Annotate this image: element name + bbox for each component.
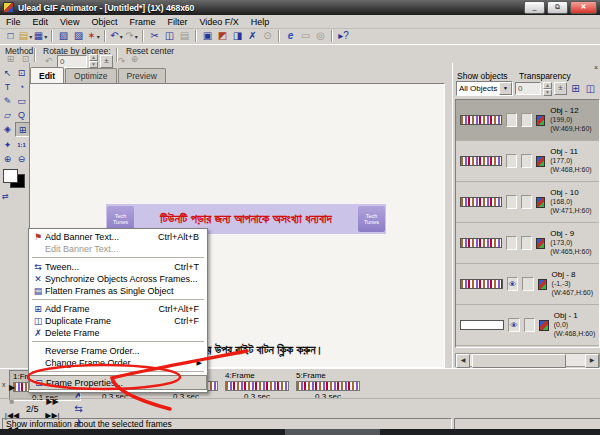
fill-tool[interactable]: ◈	[1, 122, 14, 135]
object-visibility-cell[interactable]: 👁	[507, 277, 518, 291]
object-lock-cell[interactable]	[521, 236, 532, 250]
rotate-left-icon[interactable]: ↶	[42, 56, 55, 66]
object-visibility-cell[interactable]	[506, 113, 517, 127]
object-lock-cell[interactable]	[521, 113, 532, 127]
video-fx-icon[interactable]: ◨	[230, 29, 245, 43]
object-visibility-cell[interactable]: 👁	[508, 318, 520, 332]
restore-button[interactable]: ⧉	[547, 1, 568, 14]
play-button[interactable]: ▶	[4, 381, 20, 395]
delete-object-icon[interactable]: ✗	[245, 29, 260, 43]
object-lock-cell[interactable]	[521, 154, 532, 168]
new-file-icon[interactable]: □	[3, 29, 18, 43]
redo-icon[interactable]: ↷▾	[124, 29, 139, 43]
object-row[interactable]: Obj - 12(199,0)(W:469,H:60)	[456, 100, 599, 141]
menu-item-frame-properties[interactable]: ⊡Frame Properties...	[29, 375, 207, 390]
close-button[interactable]: ✕	[570, 1, 597, 14]
frame-view-icon[interactable]: ▣	[200, 29, 215, 43]
tween-button[interactable]: ⇆	[71, 402, 87, 416]
lasso-tool[interactable]: Q	[15, 108, 28, 121]
actual-size-tool[interactable]: 1:1	[15, 138, 28, 151]
object-visibility-cell[interactable]	[506, 236, 517, 250]
add-image-icon[interactable]: ▧	[56, 29, 71, 43]
grid-tool[interactable]: ⊞	[15, 122, 30, 137]
menu-item-duplicate-frame[interactable]: ◫Duplicate FrameCtrl+F	[29, 315, 207, 327]
taskbar-button[interactable]	[285, 429, 380, 435]
tab-preview[interactable]: Preview	[118, 68, 166, 83]
object-row[interactable]: 👁Obj - 1(0,0)(W:468,H:60)	[456, 305, 599, 346]
eyedropper-tool[interactable]: ✦	[1, 138, 14, 151]
save-file-icon[interactable]: ▦▾	[33, 29, 48, 43]
menu-view[interactable]: View	[54, 16, 85, 28]
object-row[interactable]: Obj - 10(168,0)(W:471,H:60)	[456, 182, 599, 223]
menu-videofx[interactable]: Video F/X	[193, 16, 244, 28]
menu-item-change-frame-order[interactable]: Change Frame Order▶	[29, 357, 207, 369]
menu-filter[interactable]: Filter	[161, 16, 193, 28]
menu-item-add-frame[interactable]: ⊞Add FrameCtrl+Alt+F	[29, 303, 207, 315]
rotate-degree-input[interactable]: 0	[57, 55, 87, 68]
optimize-icon[interactable]: ⊙	[260, 29, 275, 43]
monitor-icon[interactable]: ▭	[298, 29, 313, 43]
menu-item-add-banner-text[interactable]: ⚑Add Banner Text...Ctrl+Alt+B	[29, 231, 207, 243]
transparency-spinner[interactable]: ▲▼	[543, 82, 552, 96]
menu-item-synchronize-objects[interactable]: ✕Synchronize Objects Across Frames...	[29, 273, 207, 285]
menu-object[interactable]: Object	[85, 16, 123, 28]
object-row[interactable]: Obj - 11(177,0)(W:468,H:60)	[456, 141, 599, 182]
menu-help[interactable]: Help	[245, 16, 276, 28]
next-frame-button[interactable]: ▶▶	[45, 395, 61, 409]
menu-item-reverse-frame-order[interactable]: Reverse Frame Order...	[29, 345, 207, 357]
menu-item-flatten-frames[interactable]: ▤Flatten Frames as Single Object	[29, 285, 207, 297]
scroll-left-icon[interactable]: ◀	[456, 354, 470, 368]
frame-cell[interactable]: 4:Frame0.3 sec	[222, 370, 292, 399]
paste-icon[interactable]: ▤	[177, 29, 192, 43]
eraser-tool[interactable]: ▱	[1, 108, 14, 121]
scroll-thumb[interactable]	[472, 354, 566, 368]
combo-dropdown-icon[interactable]: ▼	[499, 82, 512, 95]
transform-tool[interactable]: ⊡	[15, 66, 28, 79]
menu-edit[interactable]: Edit	[27, 16, 55, 28]
foreground-color-swatch[interactable]	[3, 169, 18, 183]
pick-tool[interactable]: ↖	[1, 66, 14, 79]
cut-icon[interactable]: ✂	[147, 29, 162, 43]
object-lock-cell[interactable]	[524, 318, 536, 332]
reset-center-icon[interactable]: ⊕	[128, 54, 141, 64]
object-lock-cell[interactable]	[521, 195, 532, 209]
object-lock-cell[interactable]	[522, 277, 533, 291]
filters-icon[interactable]: ◩	[215, 29, 230, 43]
swap-colors-icon[interactable]: ⇄	[2, 192, 29, 201]
frame-cell[interactable]: 5:Frame0.3 sec	[293, 370, 363, 399]
menu-file[interactable]: File	[0, 16, 27, 28]
new-object-icon[interactable]: ⊞	[569, 82, 582, 95]
object-row[interactable]: 👁Obj - 8(-1,-3)(W:467,H:60)	[456, 264, 599, 305]
context-help-icon[interactable]: ▸?	[336, 29, 351, 43]
wand-icon[interactable]: ✶▾	[86, 29, 101, 43]
object-visibility-cell[interactable]	[506, 195, 517, 209]
object-row[interactable]: Obj - 9(173,0)(W:465,H:60)	[456, 223, 599, 264]
copy-icon[interactable]: ◫	[162, 29, 177, 43]
zoom-in-tool[interactable]: ⊕	[1, 152, 14, 165]
rotate-degree-spinner[interactable]: ▲▼	[89, 54, 98, 68]
object-visibility-cell[interactable]	[506, 154, 517, 168]
show-objects-select[interactable]: All Objects ▼	[456, 81, 513, 96]
text-tool[interactable]: T	[1, 80, 14, 93]
open-file-icon[interactable]: ▤▾	[18, 29, 33, 43]
panel-close-icon[interactable]: ×	[594, 64, 598, 71]
transparency-plusminus-button[interactable]: ±	[554, 82, 567, 95]
menu-frame[interactable]: Frame	[123, 16, 161, 28]
selection-tool[interactable]: ▭	[15, 94, 28, 107]
add-video-icon[interactable]: ▨	[71, 29, 86, 43]
menu-item-tween[interactable]: ⇆Tween...Ctrl+T	[29, 261, 207, 273]
transparency-input[interactable]: 0	[515, 82, 541, 95]
zoom-out-tool[interactable]: ⊖	[15, 152, 28, 165]
ellipse-tool[interactable]: ◔	[15, 80, 28, 93]
stop-button[interactable]: ■	[4, 395, 20, 409]
scroll-right-icon[interactable]: ▶	[585, 354, 599, 368]
duplicate-object-icon[interactable]: ◫	[584, 82, 597, 95]
menu-item-delete-frame[interactable]: ✗Delete Frame	[29, 327, 207, 339]
brush-tool[interactable]: ✎	[1, 94, 14, 107]
rotate-plusminus-button[interactable]: ±	[100, 55, 113, 68]
undo-icon[interactable]: ↶▾	[109, 29, 124, 43]
object-list-hscrollbar[interactable]: ◀ ▶	[455, 353, 600, 367]
browser-preview-icon[interactable]: e	[283, 29, 298, 43]
tab-edit[interactable]: Edit	[30, 67, 64, 83]
capture-icon[interactable]: ◎	[313, 29, 328, 43]
